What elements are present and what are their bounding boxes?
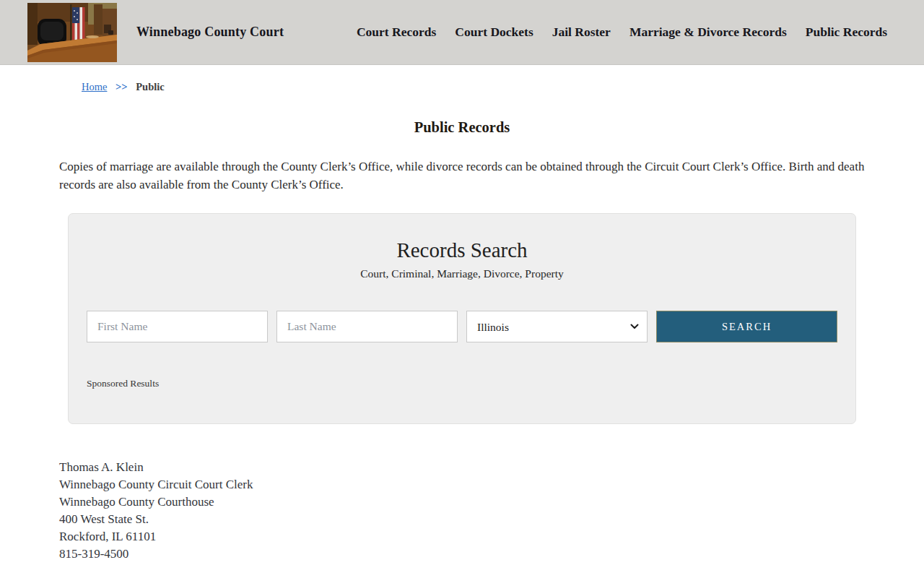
- contact-role: Winnebago County Circuit Court Clerk: [59, 476, 924, 493]
- records-search-panel: Records Search Court, Criminal, Marriage…: [68, 213, 856, 424]
- state-select[interactable]: Illinois: [466, 311, 648, 342]
- contact-name: Thomas A. Klein: [59, 459, 924, 476]
- courtroom-photo-image: [27, 3, 117, 62]
- records-search-form: Illinois SEARCH: [87, 311, 837, 342]
- records-search-title: Records Search: [69, 238, 855, 262]
- nav-item-court-records[interactable]: Court Records: [357, 25, 436, 40]
- search-button[interactable]: SEARCH: [656, 311, 837, 342]
- last-name-input[interactable]: [276, 311, 458, 342]
- nav-item-jail-roster[interactable]: Jail Roster: [552, 25, 611, 40]
- contact-building: Winnebago County Courthouse: [59, 493, 924, 511]
- contact-city: Rockford, IL 61101: [59, 528, 924, 545]
- intro-paragraph: Copies of marriage are available through…: [59, 158, 865, 194]
- nav-item-marriage-divorce-records[interactable]: Marriage & Divorce Records: [629, 25, 787, 40]
- site-logo[interactable]: [27, 3, 117, 62]
- nav-item-court-dockets[interactable]: Court Dockets: [455, 25, 533, 40]
- breadcrumb-separator: >>: [116, 81, 128, 92]
- records-search-subtitle: Court, Criminal, Marriage, Divorce, Prop…: [69, 267, 855, 280]
- page-title: Public Records: [0, 119, 924, 136]
- breadcrumb: Home >> Public: [82, 81, 924, 93]
- contact-street: 400 West State St.: [59, 511, 924, 528]
- nav-item-public-records[interactable]: Public Records: [806, 25, 887, 40]
- site-header: Winnebago County Court Court Records Cou…: [0, 0, 924, 65]
- clerk-contact-block: Thomas A. Klein Winnebago County Circuit…: [59, 459, 924, 563]
- sponsored-results-label: Sponsored Results: [87, 378, 855, 423]
- state-select-wrap: Illinois: [466, 311, 648, 342]
- site-title: Winnebago County Court: [136, 25, 284, 40]
- breadcrumb-home-link[interactable]: Home: [82, 81, 107, 92]
- contact-phone: 815-319-4500: [59, 545, 924, 563]
- first-name-input[interactable]: [87, 311, 268, 342]
- main-nav: Court Records Court Dockets Jail Roster …: [357, 25, 887, 40]
- breadcrumb-current: Public: [136, 81, 164, 92]
